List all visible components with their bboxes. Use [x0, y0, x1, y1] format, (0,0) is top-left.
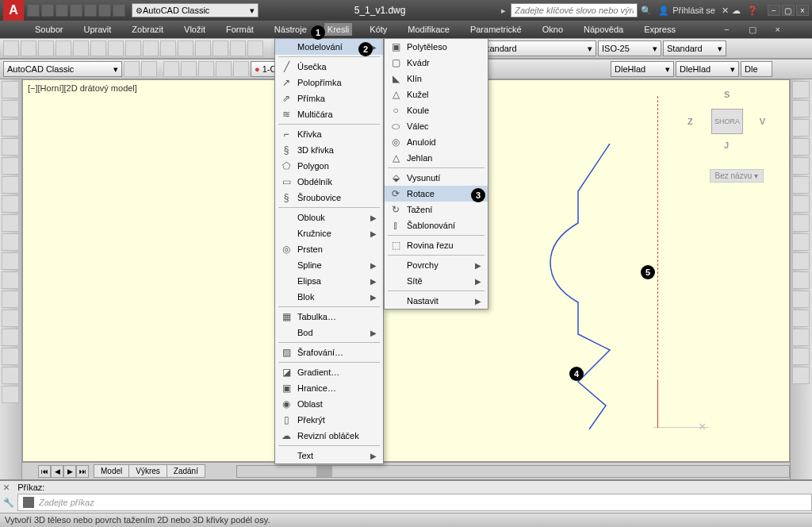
menu-item-koule[interactable]: ○Koule: [385, 102, 488, 118]
minimize-button[interactable]: −: [768, 5, 780, 16]
modify-tool-icon[interactable]: [792, 271, 810, 289]
menu-item--rafov-n-[interactable]: ▨Šrafování…: [275, 344, 383, 360]
menu-item-bod[interactable]: Bod▶: [275, 325, 383, 340]
app-logo[interactable]: A: [3, 0, 24, 21]
spline-tool-icon[interactable]: [2, 214, 19, 232]
tool-btn[interactable]: [108, 40, 124, 56]
menu-kresli[interactable]: Kresli: [324, 23, 353, 36]
tool-btn[interactable]: [143, 40, 159, 56]
dimstyle-combo[interactable]: ISO-25▾: [598, 40, 661, 56]
tool-btn[interactable]: [125, 40, 141, 56]
tool-btn[interactable]: [181, 61, 197, 77]
pline-tool-icon[interactable]: [2, 119, 19, 137]
gradient-tool-icon[interactable]: [2, 310, 19, 327]
textstyle-combo[interactable]: Standard▾: [477, 40, 596, 56]
menu-item-blok[interactable]: Blok▶: [275, 289, 383, 305]
region-tool-icon[interactable]: [2, 329, 19, 346]
mdi-switch-icon[interactable]: ▸: [501, 6, 506, 16]
login-button[interactable]: 👤 Přihlásit se: [658, 6, 715, 16]
polygon-tool-icon[interactable]: [2, 138, 19, 156]
ellipse-tool-icon[interactable]: [2, 233, 19, 251]
tool-btn[interactable]: [216, 61, 232, 77]
qat-save-icon[interactable]: [56, 4, 68, 17]
menu-format[interactable]: Formát: [223, 23, 257, 36]
exchange-icon[interactable]: ✕: [722, 6, 729, 16]
plotstyle-combo[interactable]: Dle: [741, 61, 772, 77]
menu-item-3d-k-ivka[interactable]: §3D křivka: [275, 142, 383, 158]
tool-btn[interactable]: [233, 61, 249, 77]
modify-tool-icon[interactable]: [792, 100, 810, 117]
tool-btn[interactable]: [56, 40, 71, 56]
menu-item-oblouk[interactable]: Oblouk▶: [275, 210, 383, 225]
menu-item-polyt-leso[interactable]: ▣Polytěleso: [385, 39, 488, 55]
tool-btn[interactable]: [124, 61, 140, 77]
menu-item-revizn-obl-ek[interactable]: ☁Revizní obláček: [275, 428, 383, 444]
tool-btn[interactable]: [247, 40, 263, 56]
menu-item-kru-nice[interactable]: Kružnice▶: [275, 225, 383, 241]
menu-item-kv-dr[interactable]: ▢Kvádr: [385, 55, 488, 71]
mtext-tool-icon[interactable]: [2, 367, 19, 384]
hatch-tool-icon[interactable]: [2, 290, 19, 308]
tool-btn[interactable]: [178, 40, 193, 56]
modify-tool-icon[interactable]: [792, 119, 810, 137]
menu-item-polygon[interactable]: ⬠Polygon: [275, 158, 383, 174]
menu-item-jehlan[interactable]: △Jehlan: [385, 150, 488, 166]
ray-tool-icon[interactable]: [2, 100, 19, 117]
workspace-combo[interactable]: AutoCAD Classic▾: [3, 61, 122, 77]
command-input[interactable]: Zadejte příkaz: [17, 494, 812, 511]
menu-express[interactable]: Express: [641, 23, 679, 36]
circle-tool-icon[interactable]: [2, 195, 19, 213]
vc-j[interactable]: J: [724, 140, 729, 150]
menu-item-polop-mka[interactable]: ↗Polopřímka: [275, 75, 383, 90]
modify-tool-icon[interactable]: [792, 233, 810, 251]
menu-item-ta-en-[interactable]: ↻Tažení: [385, 202, 488, 217]
modify-tool-icon[interactable]: [792, 252, 810, 270]
tool-btn[interactable]: [73, 40, 89, 56]
mdi-minimize-icon[interactable]: −: [724, 25, 729, 34]
search-icon[interactable]: 🔍: [641, 6, 652, 16]
menu-vlozit[interactable]: Vložit: [181, 23, 209, 36]
tool-btn[interactable]: [3, 40, 19, 56]
tab-next-button[interactable]: ▶: [63, 465, 76, 478]
menu-soubor[interactable]: Soubor: [32, 23, 66, 36]
horizontal-scrollbar[interactable]: [236, 465, 790, 478]
menu-zobrazit[interactable]: Zobrazit: [128, 23, 167, 36]
menu-modifikace[interactable]: Modifikace: [404, 23, 453, 36]
viewport-label[interactable]: [−][Horní][2D drátový model]: [28, 83, 137, 93]
qat-undo-icon[interactable]: [98, 4, 111, 17]
menu-parametricke[interactable]: Parametrické: [467, 23, 525, 36]
menu-item-k-ivka[interactable]: ⌐Křivka: [275, 126, 383, 142]
maximize-button[interactable]: ▢: [782, 5, 795, 16]
tabstyle-combo[interactable]: Standard▾: [663, 40, 726, 56]
menu-item-prsten[interactable]: ◎Prsten: [275, 241, 383, 257]
mdi-maximize-icon[interactable]: ▢: [749, 25, 756, 35]
menu-item--roubovice[interactable]: §Šroubovice: [275, 190, 383, 206]
menu-item-spline[interactable]: Spline▶: [275, 257, 383, 273]
rect-tool-icon[interactable]: [2, 157, 19, 175]
menu-item-hranice-[interactable]: ▣Hranice…: [275, 380, 383, 396]
menu-item-tabulka-[interactable]: ▦Tabulka…: [275, 309, 383, 325]
tab-last-button[interactable]: ⏭: [76, 465, 89, 478]
workspace-select[interactable]: ⚙ AutoCAD Classic ▾: [132, 3, 259, 17]
qat-saveas-icon[interactable]: [70, 4, 82, 17]
menu-item-kl-n[interactable]: ◣Klín: [385, 71, 488, 87]
vc-s[interactable]: S: [724, 90, 730, 99]
modify-tool-icon[interactable]: [792, 195, 810, 213]
modify-tool-icon[interactable]: [792, 157, 810, 175]
tool-btn[interactable]: [213, 40, 228, 56]
table-tool-icon[interactable]: [2, 348, 19, 365]
modify-tool-icon[interactable]: [792, 176, 810, 194]
nav-views-label[interactable]: Bez názvu ▾: [710, 169, 764, 183]
menu-item-vysunut-[interactable]: ⬙Vysunutí: [385, 170, 488, 186]
tool-btn[interactable]: [195, 40, 211, 56]
vc-z[interactable]: Z: [688, 117, 693, 126]
menu-nastroje[interactable]: Nástroje: [271, 23, 310, 36]
modify-tool-icon[interactable]: [792, 348, 810, 365]
tool-btn[interactable]: [198, 61, 214, 77]
cloud-icon[interactable]: ☁: [732, 6, 741, 16]
menu-item-v-lec[interactable]: ⬭Válec: [385, 118, 488, 134]
mdi-close-icon[interactable]: ×: [776, 25, 780, 34]
modify-tool-icon[interactable]: [792, 290, 810, 308]
cmd-close-icon[interactable]: ×: [0, 481, 13, 494]
menu-item-obd-ln-k[interactable]: ▭Obdélník: [275, 174, 383, 190]
